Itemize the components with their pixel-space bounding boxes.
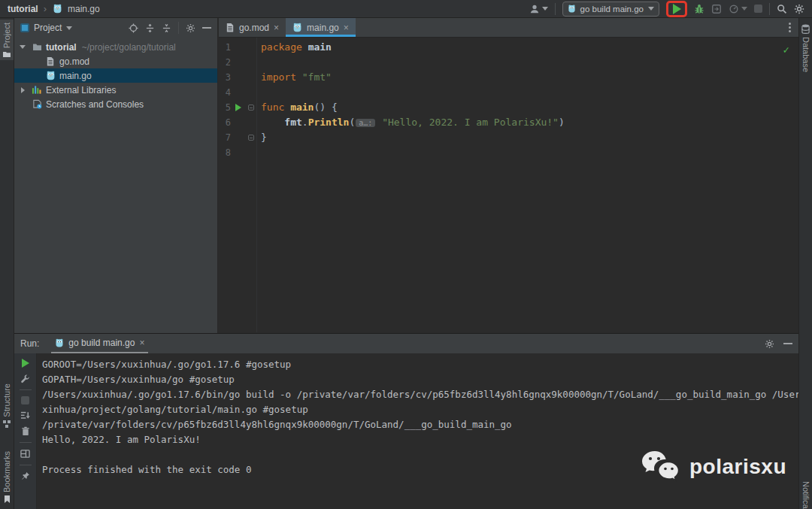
- debug-button[interactable]: [694, 4, 704, 14]
- wechat-icon: [640, 450, 680, 483]
- close-icon[interactable]: ×: [139, 338, 144, 348]
- restore-layout-icon[interactable]: [20, 449, 30, 459]
- stop-process-button[interactable]: [21, 396, 29, 404]
- stripe-label-project: Project: [2, 23, 11, 48]
- stripe-tab-notifications[interactable]: Notifications: [799, 478, 812, 509]
- stripe-tab-structure[interactable]: Structure: [0, 380, 14, 431]
- gutter-divider: [256, 38, 257, 332]
- run-panel-title: Run:: [20, 338, 39, 349]
- stripe-label-notifications: Notifications: [801, 481, 810, 509]
- settings-gear-icon[interactable]: [794, 4, 804, 14]
- tree-item-external-libraries[interactable]: External Libraries: [14, 83, 217, 97]
- console-output[interactable]: GOROOT=/Users/xuxinhua/.go/go1.17.6 #gos…: [37, 353, 798, 509]
- inspection-ok-icon[interactable]: ✓: [783, 44, 789, 56]
- clear-console-trash-icon[interactable]: [21, 426, 30, 436]
- close-icon[interactable]: ×: [274, 23, 279, 32]
- console-line-6: Hello, 2022. I am PolarisXu!: [42, 432, 798, 447]
- code-line-8: 8: [219, 145, 798, 160]
- code-area[interactable]: 1package main23import "fmt"45func main()…: [219, 38, 798, 332]
- code-line-5: 5func main() {: [219, 100, 798, 115]
- parameter-hint: a…:: [356, 119, 375, 127]
- divider: [769, 3, 770, 15]
- chevron-down-icon[interactable]: [17, 45, 28, 49]
- console-line-4: xinhua/project/golang/tutorial/main.go #…: [42, 402, 798, 417]
- breadcrumb-file[interactable]: main.go: [68, 4, 100, 14]
- tree-item-main-go[interactable]: main.go: [14, 68, 217, 83]
- tree-item-label: Scratches and Consoles: [46, 99, 144, 110]
- code-line-2: 2: [219, 55, 798, 70]
- line-number: 4: [219, 85, 231, 100]
- gomod-icon: [45, 56, 56, 66]
- stripe-label-structure: Structure: [2, 383, 11, 417]
- code-line-6: 6 fmt.Println(a…: "Hello, 2022. I am Pol…: [219, 115, 798, 130]
- run-tab[interactable]: go build main.go ×: [51, 334, 148, 353]
- tree-item-label: tutorial: [46, 42, 77, 53]
- fold-marker-icon[interactable]: [248, 105, 254, 111]
- coverage-button[interactable]: [711, 4, 722, 14]
- breadcrumb-project[interactable]: tutorial: [8, 4, 38, 14]
- gopher-icon: [45, 71, 56, 80]
- line-number: 5: [219, 100, 231, 115]
- divider: [20, 465, 32, 465]
- editor-tab-bar: go.mod × main.go ×: [219, 18, 798, 38]
- fold-marker-icon[interactable]: [248, 135, 254, 141]
- scroll-to-end-icon[interactable]: [20, 411, 30, 420]
- folder-icon: [3, 51, 11, 57]
- run-config-select[interactable]: go build main.go: [562, 2, 659, 17]
- project-panel-title[interactable]: Project: [34, 23, 62, 33]
- line-number: 3: [219, 70, 231, 85]
- profiler-button[interactable]: [729, 4, 747, 14]
- panel-settings-gear-icon[interactable]: [186, 23, 195, 33]
- edit-configuration-wrench-icon[interactable]: [20, 374, 30, 383]
- right-tool-stripe: Database Notifications: [798, 18, 812, 509]
- chevron-down-icon: [542, 7, 548, 11]
- console-line-5: /private/var/folders/cv/p65fbz6d3ll4y8hl…: [42, 417, 798, 432]
- line-number: 2: [219, 55, 231, 70]
- user-account-button[interactable]: [529, 4, 548, 14]
- run-settings-gear-icon[interactable]: [765, 339, 774, 349]
- tree-item-label: go.mod: [59, 56, 89, 67]
- console-line-3: /Users/xuxinhua/.go/go1.17.6/bin/go buil…: [42, 387, 798, 402]
- chevron-down-icon[interactable]: [66, 26, 72, 30]
- run-panel-header: Run: go build main.go ×: [14, 333, 798, 353]
- gopher-icon: [292, 23, 302, 32]
- chevron-down-icon: [741, 7, 747, 11]
- search-everywhere-button[interactable]: [777, 4, 787, 14]
- stop-button[interactable]: [754, 5, 762, 13]
- stripe-tab-database[interactable]: Database: [799, 21, 812, 75]
- tab-options-menu-icon[interactable]: [789, 21, 791, 34]
- locate-file-button[interactable]: [129, 23, 138, 33]
- stripe-tab-project[interactable]: Project: [0, 20, 14, 60]
- breadcrumb-separator: ›: [44, 3, 47, 14]
- pin-tab-icon[interactable]: [21, 471, 30, 480]
- console-line-1: GOROOT=/Users/xuxinhua/.go/go1.17.6 #gos…: [42, 357, 798, 372]
- chevron-down-icon: [648, 7, 654, 11]
- folder-icon: [32, 43, 42, 51]
- gomod-file-icon: [226, 23, 235, 32]
- run-toolbar: [14, 353, 37, 509]
- chevron-right-icon[interactable]: [17, 87, 28, 93]
- collapse-all-button[interactable]: [162, 23, 171, 33]
- hide-run-panel-button[interactable]: [783, 343, 792, 344]
- divider: [555, 3, 556, 15]
- project-panel: Project tutorial~/project/golang/tutoria…: [14, 18, 218, 333]
- gopher-icon: [52, 4, 62, 14]
- line-number: 7: [219, 130, 231, 145]
- stripe-tab-bookmarks[interactable]: Bookmarks: [0, 448, 14, 506]
- rerun-button[interactable]: [22, 359, 29, 368]
- title-bar: tutorial › main.go go build main.go: [0, 0, 812, 18]
- run-button[interactable]: [673, 4, 681, 14]
- expand-all-button[interactable]: [145, 23, 155, 33]
- tab-main-go[interactable]: main.go ×: [286, 18, 356, 37]
- stripe-label-bookmarks: Bookmarks: [2, 451, 11, 492]
- run-tab-label: go build main.go: [68, 338, 135, 348]
- run-config-label: go build main.go: [580, 5, 644, 14]
- tree-item-scratches-and-consoles[interactable]: Scratches and Consoles: [14, 97, 217, 111]
- tab-go-mod[interactable]: go.mod ×: [219, 18, 286, 37]
- tree-item-go-mod[interactable]: go.mod: [14, 54, 217, 68]
- run-gutter-icon[interactable]: [235, 104, 241, 111]
- close-icon[interactable]: ×: [344, 23, 349, 32]
- tree-item-label: External Libraries: [46, 85, 116, 95]
- tree-item-tutorial[interactable]: tutorial~/project/golang/tutorial: [14, 40, 217, 54]
- hide-panel-button[interactable]: [202, 27, 211, 29]
